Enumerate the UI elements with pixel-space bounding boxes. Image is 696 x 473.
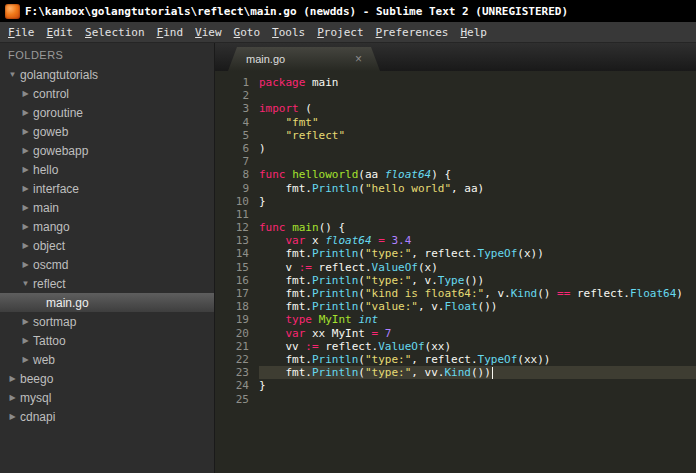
- code-line-20[interactable]: 20 var xx MyInt = 7: [215, 327, 696, 340]
- code-text: package main: [259, 76, 696, 89]
- menu-edit[interactable]: Edit: [41, 23, 80, 42]
- triangle-right-icon[interactable]: ▶: [19, 165, 32, 174]
- code-line-6[interactable]: 6): [215, 142, 696, 155]
- triangle-right-icon[interactable]: ▶: [19, 241, 32, 250]
- sidebar-folder-reflect[interactable]: ▼reflect: [0, 274, 214, 293]
- line-number: 25: [215, 393, 259, 406]
- sidebar-folder-object[interactable]: ▶object: [0, 236, 214, 255]
- tree-item-label: gowebapp: [32, 144, 88, 158]
- code-line-24[interactable]: 24}: [215, 379, 696, 392]
- sidebar-folder-goroutine[interactable]: ▶goroutine: [0, 103, 214, 122]
- menu-project[interactable]: Project: [311, 23, 369, 42]
- tab-close-icon[interactable]: ×: [355, 53, 362, 65]
- triangle-right-icon[interactable]: ▶: [19, 260, 32, 269]
- code-text: func helloworld(aa float64) {: [259, 168, 696, 181]
- code-text: [259, 393, 696, 406]
- triangle-right-icon[interactable]: ▶: [19, 108, 32, 117]
- code-line-10[interactable]: 10}: [215, 195, 696, 208]
- code-line-23[interactable]: 23 fmt.Println("type:", vv.Kind()): [215, 366, 696, 379]
- tree-item-label: Tattoo: [32, 334, 66, 348]
- menu-view[interactable]: View: [189, 23, 228, 42]
- triangle-right-icon[interactable]: ▶: [6, 374, 19, 383]
- sidebar-folder-tattoo[interactable]: ▶Tattoo: [0, 331, 214, 350]
- line-number: 17: [215, 287, 259, 300]
- menu-selection[interactable]: Selection: [79, 23, 151, 42]
- code-line-11[interactable]: 11: [215, 208, 696, 221]
- code-text: [259, 208, 696, 221]
- menu-help[interactable]: Help: [454, 23, 493, 42]
- code-line-2[interactable]: 2: [215, 89, 696, 102]
- code-line-13[interactable]: 13 var x float64 = 3.4: [215, 234, 696, 247]
- triangle-right-icon[interactable]: ▶: [19, 89, 32, 98]
- sidebar-folder-gowebapp[interactable]: ▶gowebapp: [0, 141, 214, 160]
- title-bar: F:\kanbox\golangtutorials\reflect\main.g…: [0, 0, 696, 22]
- sublime-text-window: F:\kanbox\golangtutorials\reflect\main.g…: [0, 0, 696, 473]
- menu-find[interactable]: Find: [151, 23, 190, 42]
- code-line-14[interactable]: 14 fmt.Println("type:", reflect.TypeOf(x…: [215, 247, 696, 260]
- triangle-right-icon[interactable]: ▶: [6, 412, 19, 421]
- triangle-right-icon[interactable]: ▶: [19, 146, 32, 155]
- code-line-16[interactable]: 16 fmt.Println("type:", v.Type()): [215, 274, 696, 287]
- sidebar-folder-cdnapi[interactable]: ▶cdnapi: [0, 407, 214, 426]
- sidebar-folder-web[interactable]: ▶web: [0, 350, 214, 369]
- code-line-9[interactable]: 9 fmt.Println("hello world", aa): [215, 182, 696, 195]
- code-text: vv := reflect.ValueOf(xx): [259, 340, 696, 353]
- tree-item-label: cdnapi: [19, 410, 55, 424]
- code-line-7[interactable]: 7: [215, 155, 696, 168]
- sidebar-folder-oscmd[interactable]: ▶oscmd: [0, 255, 214, 274]
- triangle-right-icon[interactable]: ▶: [19, 336, 32, 345]
- line-number: 24: [215, 379, 259, 392]
- sidebar-folder-mysql[interactable]: ▶mysql: [0, 388, 214, 407]
- triangle-right-icon[interactable]: ▶: [19, 222, 32, 231]
- text-cursor: [492, 367, 493, 379]
- code-editor[interactable]: 1package main23import (4 "fmt"5 "reflect…: [215, 71, 696, 473]
- triangle-down-icon[interactable]: ▼: [19, 279, 32, 288]
- triangle-right-icon[interactable]: ▶: [19, 127, 32, 136]
- code-line-25[interactable]: 25: [215, 393, 696, 406]
- sidebar-folder-golangtutorials[interactable]: ▼golangtutorials: [0, 65, 214, 84]
- code-line-5[interactable]: 5 "reflect": [215, 129, 696, 142]
- code-line-1[interactable]: 1package main: [215, 76, 696, 89]
- code-line-21[interactable]: 21 vv := reflect.ValueOf(xx): [215, 340, 696, 353]
- sidebar-folder-mango[interactable]: ▶mango: [0, 217, 214, 236]
- line-number: 13: [215, 234, 259, 247]
- tree-item-label: main.go: [45, 296, 89, 310]
- triangle-right-icon[interactable]: ▶: [19, 355, 32, 364]
- code-line-18[interactable]: 18 fmt.Println("value:", v.Float()): [215, 300, 696, 313]
- line-number: 16: [215, 274, 259, 287]
- line-number: 7: [215, 155, 259, 168]
- tree-item-label: object: [32, 239, 65, 253]
- code-text: var xx MyInt = 7: [259, 327, 696, 340]
- code-line-12[interactable]: 12func main() {: [215, 221, 696, 234]
- triangle-down-icon[interactable]: ▼: [6, 70, 19, 79]
- sidebar-file-main-go[interactable]: main.go: [0, 293, 214, 312]
- code-line-17[interactable]: 17 fmt.Println("kind is float64:", v.Kin…: [215, 287, 696, 300]
- code-line-19[interactable]: 19 type MyInt int: [215, 313, 696, 326]
- triangle-right-icon[interactable]: ▶: [19, 317, 32, 326]
- code-line-3[interactable]: 3import (: [215, 102, 696, 115]
- code-line-8[interactable]: 8func helloworld(aa float64) {: [215, 168, 696, 181]
- code-line-15[interactable]: 15 v := reflect.ValueOf(x): [215, 261, 696, 274]
- menu-goto[interactable]: Goto: [228, 23, 267, 42]
- tab-bar: main.go ×: [215, 43, 696, 71]
- triangle-right-icon[interactable]: ▶: [6, 393, 19, 402]
- tab-main-go[interactable]: main.go ×: [228, 47, 380, 71]
- menu-file[interactable]: File: [2, 23, 41, 42]
- sidebar-folder-interface[interactable]: ▶interface: [0, 179, 214, 198]
- code-text: [259, 89, 696, 102]
- sidebar-folder-goweb[interactable]: ▶goweb: [0, 122, 214, 141]
- menu-tools[interactable]: Tools: [266, 23, 311, 42]
- triangle-right-icon[interactable]: ▶: [19, 203, 32, 212]
- sidebar-folder-beego[interactable]: ▶beego: [0, 369, 214, 388]
- sidebar-folder-main[interactable]: ▶main: [0, 198, 214, 217]
- code-text: ): [259, 142, 696, 155]
- line-number: 10: [215, 195, 259, 208]
- sidebar-folder-sortmap[interactable]: ▶sortmap: [0, 312, 214, 331]
- code-line-22[interactable]: 22 fmt.Println("type:", reflect.TypeOf(x…: [215, 353, 696, 366]
- sidebar-folder-hello[interactable]: ▶hello: [0, 160, 214, 179]
- code-line-4[interactable]: 4 "fmt": [215, 116, 696, 129]
- sidebar-folder-control[interactable]: ▶control: [0, 84, 214, 103]
- triangle-right-icon[interactable]: ▶: [19, 184, 32, 193]
- menu-preferences[interactable]: Preferences: [370, 23, 455, 42]
- tree-item-label: control: [32, 87, 69, 101]
